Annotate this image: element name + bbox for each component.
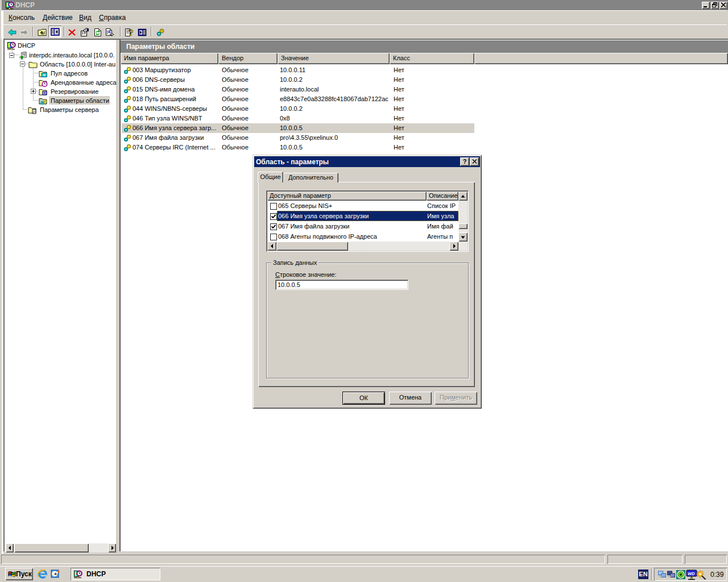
svg-text:WD: WD [688, 571, 695, 576]
svg-text:?: ? [129, 28, 134, 37]
